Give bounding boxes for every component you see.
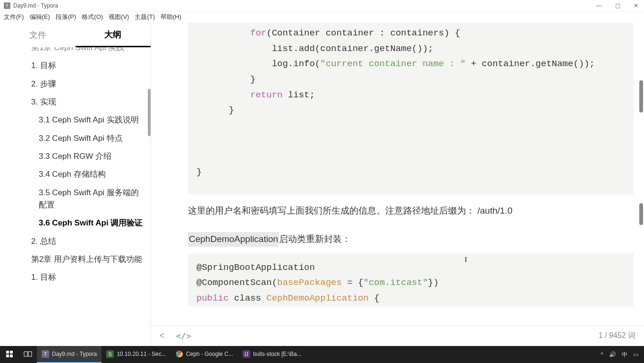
outline-list: 第1章 Ceph Swift Api 实践1. 目标2. 步骤3. 实现3.1 …: [0, 47, 151, 346]
svg-rect-5: [28, 352, 32, 356]
taskbar-app-label: Day9.md - Typora: [52, 351, 97, 357]
menu-view[interactable]: 视图(V): [109, 13, 129, 21]
taskbar-app-label: bulls-stock [E:\Ba...: [253, 351, 302, 357]
statusbar: < </> 1 / 9452 词: [151, 325, 644, 346]
outline-item[interactable]: 3.3 Ceph RGW 介绍: [0, 147, 151, 165]
app-icon: S: [106, 350, 114, 358]
outline-item[interactable]: 3.2 Ceph Swift Api 特点: [0, 130, 151, 147]
outline-item[interactable]: 3.1 Ceph Swift Api 实践说明: [0, 111, 151, 129]
close-button[interactable]: ✕: [632, 2, 640, 9]
outline-item[interactable]: 第1章 Ceph Swift Api 实践: [0, 47, 151, 57]
outline-item[interactable]: 3.6 Ceph Swift Api 调用验证: [0, 214, 151, 232]
outline-item[interactable]: 3.4 Ceph 存储结构: [0, 165, 151, 183]
sidebar-scrollbar[interactable]: [148, 51, 151, 193]
text-cursor: I: [465, 256, 467, 264]
taskbar-app-label: 10.10.20.11 - Sec...: [117, 351, 166, 357]
window-title: Day9.md - Typora: [13, 2, 58, 9]
menu-format[interactable]: 格式(O): [82, 13, 103, 21]
taskbar-app[interactable]: TDay9.md - Typora: [37, 346, 102, 363]
outline-item[interactable]: 3. 实现: [0, 93, 151, 111]
paragraph-1[interactable]: 这里的用户名和密码填写上面我们所生成的信息。注意路径地址后缀为： /auth/1…: [188, 204, 634, 218]
taskbar-app[interactable]: IJbulls-stock [E:\Ba...: [238, 346, 306, 363]
svg-rect-2: [6, 354, 9, 357]
word-count: 1 / 9452 词: [599, 331, 636, 341]
content-scrollbar[interactable]: [639, 23, 643, 346]
outline-item[interactable]: 3.5 Ceph Swift Api 服务端的配置: [0, 184, 151, 215]
app-icon: T: [42, 350, 49, 358]
svg-rect-0: [6, 351, 9, 354]
ime-indicator[interactable]: 中: [622, 351, 627, 359]
sidebar-tabs: 文件 大纲: [0, 23, 151, 47]
taskview-icon: [24, 351, 32, 357]
titlebar: T Day9.md - Typora — ▢ ✕: [0, 0, 644, 11]
svg-rect-3: [10, 354, 13, 357]
menu-theme[interactable]: 主题(T): [135, 13, 155, 21]
start-button[interactable]: [0, 346, 19, 363]
menu-help[interactable]: 帮助(H): [161, 13, 181, 21]
menu-paragraph[interactable]: 段落(P): [56, 13, 76, 21]
maximize-button[interactable]: ▢: [613, 2, 622, 9]
menubar: 文件(F) 编辑(E) 段落(P) 格式(O) 视图(V) 主题(T) 帮助(H…: [0, 11, 644, 23]
source-mode-button[interactable]: </>: [176, 331, 192, 341]
app-icon: T: [4, 2, 10, 9]
task-view-button[interactable]: [19, 346, 37, 363]
menu-edit[interactable]: 编辑(E): [30, 13, 50, 21]
svg-rect-4: [24, 352, 27, 356]
outline-item[interactable]: 2. 步骤: [0, 75, 151, 93]
app-icon: IJ: [243, 350, 250, 358]
tab-file[interactable]: 文件: [0, 23, 76, 47]
app-icon: [176, 350, 183, 358]
editor-content[interactable]: for(Container container : containers) { …: [151, 23, 644, 346]
outline-item[interactable]: 第2章 用户资料上传与下载功能: [0, 251, 151, 268]
code-block-1[interactable]: for(Container container : containers) { …: [188, 23, 634, 194]
taskbar: TDay9.md - TyporaS10.10.20.11 - Sec...Ce…: [0, 346, 644, 363]
paragraph-2[interactable]: CephDemoApplication启动类重新封装：: [188, 232, 634, 246]
windows-icon: [6, 351, 13, 357]
svg-rect-1: [10, 351, 13, 354]
taskbar-app[interactable]: Ceph - Google C...: [171, 346, 238, 363]
outline-item[interactable]: 2. 总结: [0, 233, 151, 251]
outline-item[interactable]: 1. 目标: [0, 268, 151, 286]
code-block-2[interactable]: @SpringBootApplication @ComponentScan(ba…: [188, 253, 634, 306]
taskbar-app[interactable]: S10.10.20.11 - Sec...: [102, 346, 171, 363]
nav-back-button[interactable]: <: [160, 331, 165, 341]
taskbar-app-label: Ceph - Google C...: [186, 351, 233, 357]
tab-outline[interactable]: 大纲: [76, 23, 151, 47]
outline-item[interactable]: 1. 目标: [0, 57, 151, 75]
minimize-button[interactable]: —: [594, 2, 604, 9]
sidebar: 文件 大纲 第1章 Ceph Swift Api 实践1. 目标2. 步骤3. …: [0, 23, 151, 346]
menu-file[interactable]: 文件(F): [4, 13, 24, 21]
tray-up-icon[interactable]: ^: [601, 351, 603, 358]
notification-icon[interactable]: ▭: [633, 351, 638, 358]
system-tray: ^ 🔊 中 ▭: [595, 351, 644, 359]
volume-icon[interactable]: 🔊: [609, 351, 616, 358]
